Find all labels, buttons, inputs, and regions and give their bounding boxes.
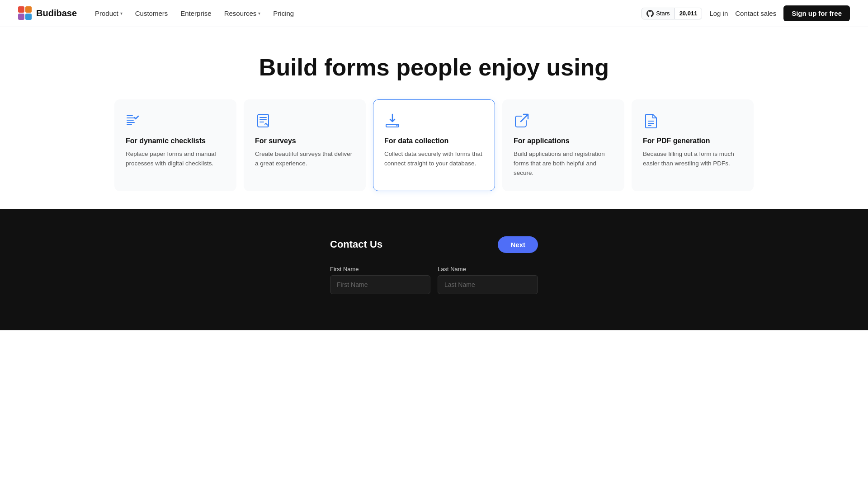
github-stars-badge[interactable]: Stars 20,011: [642, 8, 702, 19]
nav-enterprise[interactable]: Enterprise: [180, 9, 211, 17]
svg-rect-7: [127, 122, 135, 123]
hero-section: Build forms people enjoy using: [0, 27, 868, 99]
navbar: Budibase Product ▾ Customers Enterprise …: [0, 0, 868, 27]
form-title: Contact Us: [330, 239, 382, 250]
card-data-collection[interactable]: For data collection Collect data securel…: [373, 99, 495, 191]
svg-rect-14: [648, 121, 654, 122]
svg-rect-2: [18, 14, 24, 20]
checklist-icon: [126, 113, 142, 129]
first-name-group: First Name: [330, 266, 430, 294]
contact-section: Contact Us Next First Name Last Name: [0, 209, 868, 330]
last-name-input[interactable]: [438, 275, 538, 294]
svg-rect-1: [25, 6, 32, 13]
surveys-icon: [255, 113, 271, 129]
card-checklists-title: For dynamic checklists: [126, 137, 225, 145]
chevron-down-icon: ▾: [258, 11, 260, 16]
stars-left: Stars: [642, 8, 675, 19]
nav-pricing[interactable]: Pricing: [273, 9, 294, 17]
chevron-down-icon: ▾: [120, 11, 123, 16]
svg-rect-0: [18, 6, 24, 13]
next-button[interactable]: Next: [498, 236, 538, 253]
svg-rect-3: [25, 14, 32, 20]
svg-rect-16: [648, 125, 651, 126]
login-button[interactable]: Log in: [709, 9, 728, 17]
svg-rect-15: [648, 123, 654, 124]
svg-rect-11: [259, 119, 267, 120]
svg-rect-6: [127, 120, 134, 121]
card-data-collection-title: For data collection: [384, 137, 484, 145]
card-applications[interactable]: For applications Build applications and …: [502, 99, 624, 191]
card-pdf-title: For PDF generation: [643, 137, 742, 145]
svg-point-13: [396, 125, 398, 126]
form-row-names: First Name Last Name: [330, 266, 538, 294]
svg-rect-4: [127, 115, 133, 116]
card-pdf-generation[interactable]: For PDF generation Because filling out a…: [632, 99, 754, 191]
card-data-collection-desc: Collect data securely with forms that co…: [384, 150, 484, 169]
last-name-group: Last Name: [438, 266, 538, 294]
github-icon: [646, 10, 654, 17]
logo-icon: [18, 6, 33, 21]
data-collection-icon: [384, 113, 401, 129]
nav-links: Product ▾ Customers Enterprise Resources…: [95, 9, 642, 17]
first-name-input[interactable]: [330, 275, 430, 294]
card-applications-desc: Build applications and registration form…: [514, 150, 613, 178]
pdf-icon: [643, 113, 659, 129]
card-surveys[interactable]: For surveys Create beautiful surveys tha…: [244, 99, 366, 191]
card-applications-title: For applications: [514, 137, 613, 145]
card-checklists-desc: Replace paper forms and manual processes…: [126, 150, 225, 169]
nav-resources[interactable]: Resources ▾: [224, 9, 261, 17]
card-surveys-desc: Create beautiful surveys that deliver a …: [255, 150, 354, 169]
nav-product[interactable]: Product ▾: [95, 9, 123, 17]
last-name-label: Last Name: [438, 266, 538, 272]
svg-rect-10: [259, 117, 267, 118]
card-checklists[interactable]: For dynamic checklists Replace paper for…: [114, 99, 236, 191]
card-surveys-title: For surveys: [255, 137, 354, 145]
hero-title: Build forms people enjoy using: [18, 54, 850, 81]
svg-rect-12: [259, 122, 264, 122]
applications-icon: [514, 113, 530, 129]
stars-label: Stars: [656, 10, 670, 17]
first-name-label: First Name: [330, 266, 430, 272]
stars-count: 20,011: [675, 8, 702, 19]
contact-form-area: Contact Us Next First Name Last Name: [330, 236, 538, 294]
form-header: Contact Us Next: [330, 236, 538, 253]
feature-cards: For dynamic checklists Replace paper for…: [0, 99, 868, 191]
contact-sales-button[interactable]: Contact sales: [735, 9, 776, 17]
svg-rect-8: [127, 124, 132, 125]
nav-right: Stars 20,011 Log in Contact sales Sign u…: [642, 5, 850, 21]
logo[interactable]: Budibase: [18, 6, 77, 21]
card-pdf-desc: Because filling out a form is much easie…: [643, 150, 742, 169]
logo-text: Budibase: [36, 8, 77, 19]
nav-customers[interactable]: Customers: [135, 9, 168, 17]
signup-button[interactable]: Sign up for free: [783, 5, 850, 21]
